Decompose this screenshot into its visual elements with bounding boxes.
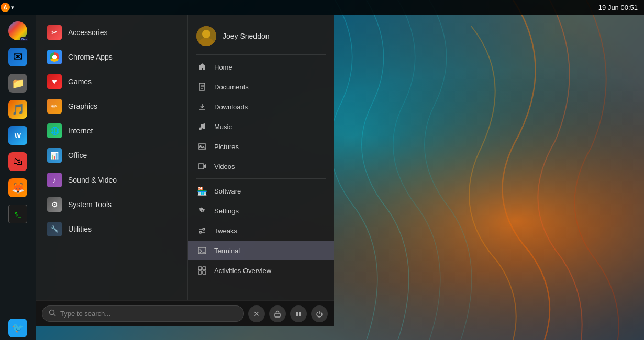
- documents-icon: [196, 81, 208, 93]
- sound-video-icon: ♪: [47, 173, 62, 187]
- place-documents[interactable]: Documents: [188, 77, 334, 97]
- svg-rect-24: [203, 271, 206, 274]
- svg-point-16: [203, 228, 205, 230]
- search-bar: ✕: [36, 300, 334, 326]
- videos-icon: [196, 161, 208, 172]
- category-sound-video[interactable]: ♪ Sound & Video: [39, 168, 184, 192]
- category-internet-label: Internet: [68, 127, 93, 135]
- user-avatar: [196, 26, 216, 46]
- dock-item-terminal[interactable]: $_: [6, 202, 30, 226]
- lock-icon: [274, 310, 281, 318]
- user-section[interactable]: Joey Sneddon: [188, 20, 334, 52]
- search-input[interactable]: [60, 310, 237, 318]
- dock-item-chrome-dev[interactable]: [6, 19, 30, 43]
- place-home[interactable]: Home: [188, 57, 334, 77]
- top-panel-left: A ▾: [0, 0, 15, 15]
- downloads-icon: [196, 101, 208, 112]
- user-divider: [196, 54, 326, 55]
- place-pictures-label: Pictures: [214, 143, 239, 151]
- action-tweaks[interactable]: Tweaks: [188, 221, 334, 241]
- category-sound-video-label: Sound & Video: [68, 176, 117, 184]
- svg-point-4: [202, 30, 210, 38]
- terminal-place-icon: [196, 245, 208, 256]
- place-music[interactable]: Music: [188, 117, 334, 137]
- action-activities[interactable]: Activities Overview: [188, 260, 334, 280]
- dock-item-writer[interactable]: W: [6, 123, 30, 148]
- place-downloads[interactable]: Downloads: [188, 97, 334, 117]
- suspend-button[interactable]: [290, 305, 307, 322]
- clear-icon: ✕: [253, 310, 260, 318]
- category-office[interactable]: 📊 Office: [39, 143, 184, 167]
- place-documents-label: Documents: [214, 83, 249, 91]
- svg-point-10: [199, 128, 202, 130]
- games-icon: ♥: [47, 74, 62, 89]
- arch-menu-button[interactable]: A ▾: [0, 0, 15, 15]
- place-videos[interactable]: Videos: [188, 156, 334, 176]
- power-icon: [316, 310, 323, 318]
- place-pictures[interactable]: Pictures: [188, 137, 334, 156]
- twitter-icon: 🐦: [8, 319, 27, 337]
- pictures-icon: [196, 141, 208, 152]
- activities-icon: [196, 265, 208, 276]
- categories-panel: ✂ Accessories Chrome Apps ♥ Games ✏ Grap…: [36, 15, 187, 300]
- suspend-icon: [295, 310, 302, 318]
- software-store-icon: 🛍: [8, 152, 27, 171]
- action-settings[interactable]: Settings: [188, 201, 334, 221]
- action-software[interactable]: 🏪 Software: [188, 181, 334, 201]
- dock-item-rhythmbox[interactable]: 🎵: [6, 97, 30, 121]
- internet-icon: 🌐: [47, 123, 62, 138]
- dock-item-twitter[interactable]: 🐦: [6, 316, 30, 340]
- dock-item-files[interactable]: 📁: [6, 71, 30, 95]
- power-button[interactable]: [311, 305, 328, 322]
- category-accessories[interactable]: ✂ Accessories: [39, 20, 184, 44]
- category-office-label: Office: [68, 151, 87, 160]
- writer-icon: W: [8, 126, 27, 145]
- svg-point-25: [50, 310, 54, 315]
- action-activities-label: Activities Overview: [214, 267, 271, 275]
- lock-button[interactable]: [269, 305, 286, 322]
- svg-point-18: [199, 231, 202, 233]
- home-icon: [196, 61, 208, 73]
- app-menu-window: ✂ Accessories Chrome Apps ♥ Games ✏ Grap…: [36, 15, 334, 326]
- svg-rect-14: [198, 164, 204, 169]
- arch-menu-dropdown-icon: ▾: [11, 4, 14, 11]
- files-icon: 📁: [8, 74, 27, 93]
- office-icon: 📊: [47, 148, 62, 163]
- category-games[interactable]: ♥ Games: [39, 70, 184, 94]
- category-chrome-apps[interactable]: Chrome Apps: [39, 45, 184, 69]
- dock-item-firefox[interactable]: 🦊: [6, 176, 30, 200]
- user-name-label: Joey Sneddon: [223, 32, 270, 40]
- category-graphics[interactable]: ✏ Graphics: [39, 94, 184, 118]
- action-software-label: Software: [214, 187, 241, 195]
- category-utilities[interactable]: 🔧 Utilities: [39, 217, 184, 241]
- places-panel: Joey Sneddon Home: [187, 15, 334, 300]
- search-icon: [49, 309, 56, 318]
- place-home-label: Home: [214, 63, 232, 71]
- clear-button[interactable]: ✕: [248, 305, 265, 322]
- chrome-dev-icon: [8, 21, 27, 40]
- firefox-icon: 🦊: [8, 178, 27, 197]
- dock-item-software[interactable]: 🛍: [6, 150, 30, 174]
- category-internet[interactable]: 🌐 Internet: [39, 119, 184, 143]
- menu-content: ✂ Accessories Chrome Apps ♥ Games ✏ Grap…: [36, 15, 334, 300]
- place-downloads-label: Downloads: [214, 103, 248, 111]
- search-input-wrapper[interactable]: [42, 305, 244, 322]
- category-system-tools-label: System Tools: [68, 200, 112, 209]
- top-panel: A ▾ 19 Jun 00:51: [0, 0, 644, 15]
- place-videos-label: Videos: [214, 163, 235, 171]
- svg-rect-21: [198, 267, 202, 270]
- system-tools-icon: ⚙: [47, 197, 62, 212]
- svg-rect-22: [203, 267, 206, 270]
- action-settings-label: Settings: [214, 207, 239, 215]
- action-terminal-label: Terminal: [214, 247, 240, 255]
- svg-rect-27: [275, 313, 280, 317]
- accessories-icon: ✂: [47, 25, 62, 40]
- settings-icon: [196, 205, 208, 217]
- dock-item-thunderbird[interactable]: ✉: [6, 45, 30, 69]
- category-system-tools[interactable]: ⚙ System Tools: [39, 192, 184, 217]
- category-utilities-label: Utilities: [68, 225, 92, 233]
- category-chrome-apps-label: Chrome Apps: [68, 53, 113, 61]
- action-terminal[interactable]: Terminal: [188, 241, 334, 260]
- terminal-icon: $_: [8, 205, 27, 223]
- category-games-label: Games: [68, 77, 92, 86]
